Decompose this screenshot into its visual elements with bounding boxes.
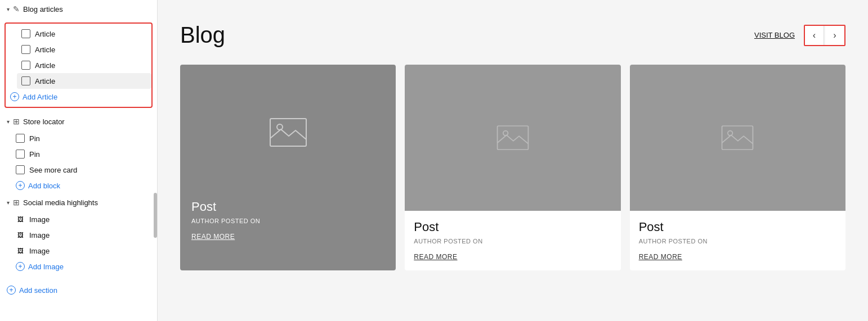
social-icon: ⊞	[13, 198, 20, 207]
image-item-2[interactable]: 🖼 Image	[11, 227, 157, 243]
resize-icon-2	[21, 45, 30, 54]
edit-icon: ✎	[13, 4, 20, 13]
featured-post-title: Post	[191, 200, 384, 214]
featured-blog-card: Post AUTHOR POSTED ON READ MORE	[180, 65, 396, 270]
card2-post-meta: AUTHOR POSTED ON	[414, 238, 611, 245]
blog-header: Blog VISIT BLOG ‹ ›	[180, 22, 845, 48]
resize-icon-pin1	[16, 134, 25, 143]
chevron-down-icon: ▾	[7, 6, 10, 12]
featured-card-content: Post AUTHOR POSTED ON READ MORE	[180, 188, 396, 255]
blog-articles-title: Blog articles	[23, 5, 150, 13]
main-content: Blog VISIT BLOG ‹ › Post AUTHOR POSTED O…	[158, 0, 868, 321]
add-article-label: Add Article	[23, 93, 57, 101]
article-item-2[interactable]: Article	[17, 42, 151, 57]
article-item-3[interactable]: Article	[17, 57, 151, 73]
article-item-4[interactable]: Article	[17, 73, 151, 89]
article-label-3: Article	[35, 61, 55, 70]
store-locator-title: Store locator	[23, 117, 150, 126]
next-arrow-button[interactable]: ›	[825, 26, 844, 45]
svg-rect-0	[270, 119, 306, 146]
see-more-card-item[interactable]: See more card	[11, 162, 157, 178]
pin-item-2[interactable]: Pin	[11, 146, 157, 162]
image-item-3[interactable]: 🖼 Image	[11, 243, 157, 259]
image-item-1[interactable]: 🖼 Image	[11, 211, 157, 227]
add-section-label: Add section	[19, 286, 57, 295]
blog-articles-section: ▾ ✎ Blog articles Article Article Articl…	[0, 0, 157, 108]
card2-image-placeholder	[405, 65, 620, 211]
featured-image-icon	[269, 117, 308, 148]
article-label-4: Article	[35, 77, 55, 85]
store-locator-items: Pin Pin See more card + Add block	[0, 130, 157, 193]
resize-icon-1	[21, 29, 30, 38]
blog-title: Blog	[180, 22, 225, 48]
resize-icon-see-more	[16, 165, 25, 174]
svg-point-3	[503, 131, 508, 136]
card3-content: Post AUTHOR POSTED ON READ MORE	[630, 211, 845, 270]
article-item-1[interactable]: Article	[17, 26, 151, 42]
image-label-1: Image	[29, 215, 50, 224]
see-more-card-label: See more card	[29, 166, 77, 174]
card2-read-more-button[interactable]: READ MORE	[414, 253, 457, 261]
blog-controls: VISIT BLOG ‹ ›	[754, 25, 845, 46]
image-icon-3: 🖼	[16, 246, 25, 255]
article-label-2: Article	[35, 46, 55, 54]
image-label-2: Image	[29, 231, 50, 239]
article-label-1: Article	[35, 30, 55, 38]
image-label-3: Image	[29, 247, 50, 255]
nav-arrows-container: ‹ ›	[804, 25, 845, 46]
resize-icon-3	[21, 61, 30, 70]
scrollbar-handle[interactable]	[154, 193, 157, 238]
card3-image-icon	[721, 124, 754, 151]
chevron-down-icon-store: ▾	[7, 119, 10, 125]
resize-icon-pin2	[16, 150, 25, 159]
svg-point-5	[728, 131, 733, 136]
blog-cards-grid: Post AUTHOR POSTED ON READ MORE Post AUT…	[180, 65, 845, 270]
card2-post-title: Post	[414, 220, 611, 234]
card3-image-placeholder	[630, 65, 845, 211]
visit-blog-button[interactable]: VISIT BLOG	[754, 31, 795, 39]
card2-content: Post AUTHOR POSTED ON READ MORE	[405, 211, 620, 270]
article-list: Article Article Article Article	[6, 26, 151, 89]
card3-post-meta: AUTHOR POSTED ON	[639, 238, 836, 245]
pin-label-1: Pin	[29, 134, 40, 143]
svg-point-1	[277, 124, 283, 130]
social-media-header[interactable]: ▾ ⊞ Social media highlights	[0, 193, 157, 211]
plus-circle-section-icon: +	[7, 286, 16, 295]
blog-card-2: Post AUTHOR POSTED ON READ MORE	[405, 65, 620, 270]
chevron-down-icon-social: ▾	[7, 200, 10, 206]
featured-read-more-button[interactable]: READ MORE	[191, 233, 235, 241]
social-media-items: 🖼 Image 🖼 Image 🖼 Image + Add Image	[0, 211, 157, 274]
featured-image-placeholder	[180, 76, 396, 188]
social-media-title: Social media highlights	[23, 198, 150, 207]
featured-post-meta: AUTHOR POSTED ON	[191, 218, 384, 224]
svg-rect-4	[722, 126, 753, 150]
add-image-label: Add Image	[28, 263, 64, 271]
plus-circle-icon: +	[10, 92, 19, 101]
prev-arrow-button[interactable]: ‹	[805, 26, 824, 45]
resize-icon-4	[21, 76, 30, 85]
card2-image-icon	[496, 124, 530, 151]
card3-post-title: Post	[639, 220, 836, 234]
add-section-button[interactable]: + Add section	[0, 279, 157, 301]
svg-rect-2	[498, 126, 529, 150]
blog-articles-header[interactable]: ▾ ✎ Blog articles	[0, 0, 157, 18]
pin-label-2: Pin	[29, 150, 40, 159]
social-media-section: ▾ ⊞ Social media highlights 🖼 Image 🖼 Im…	[0, 193, 157, 274]
store-locator-section: ▾ ⊞ Store locator Pin Pin See more card …	[0, 112, 157, 193]
blog-articles-block: Article Article Article Article + Add Ar…	[5, 22, 153, 108]
store-locator-header[interactable]: ▾ ⊞ Store locator	[0, 112, 157, 130]
card3-read-more-button[interactable]: READ MORE	[639, 253, 682, 261]
add-image-button[interactable]: + Add Image	[11, 259, 157, 274]
add-article-button[interactable]: + Add Article	[6, 89, 151, 105]
image-icon-2: 🖼	[16, 230, 25, 239]
sidebar: ▾ ✎ Blog articles Article Article Articl…	[0, 0, 158, 321]
pin-item-1[interactable]: Pin	[11, 130, 157, 146]
add-block-label: Add block	[28, 182, 60, 190]
grid-icon: ⊞	[13, 117, 20, 126]
plus-circle-block-icon: +	[16, 181, 25, 190]
plus-circle-image-icon: +	[16, 262, 25, 271]
blog-card-3: Post AUTHOR POSTED ON READ MORE	[630, 65, 845, 270]
add-block-button[interactable]: + Add block	[11, 178, 157, 193]
image-icon-1: 🖼	[16, 215, 25, 224]
